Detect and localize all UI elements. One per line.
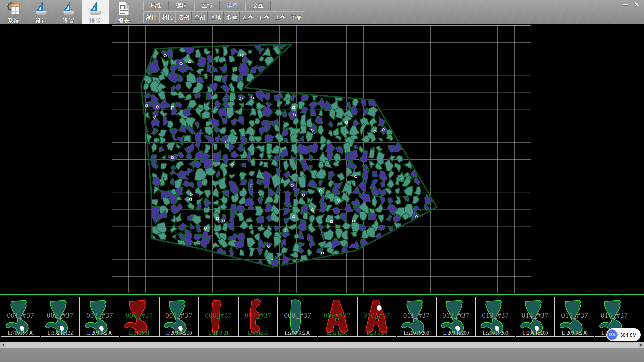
- tab-region[interactable]: 区域: [194, 1, 220, 10]
- tool-region[interactable]: 区域: [208, 11, 224, 23]
- system-gear-icon: [1, 0, 27, 17]
- part-id-label: 016_#37: [595, 311, 634, 320]
- triangle-ruler-icon: [82, 0, 109, 17]
- part-lr-label: L:200 R:200: [555, 330, 594, 336]
- triangle-ruler-icon: [56, 0, 82, 17]
- part-thumbnail[interactable]: 010_#37L:33 R:33: [357, 297, 396, 337]
- part-id-label: 007_#37: [239, 311, 277, 320]
- part-lr-label: L:200 R:200: [437, 330, 475, 336]
- tool-snap-bottom[interactable]: 下靠: [288, 11, 304, 23]
- nav-layout[interactable]: 排版: [82, 0, 109, 24]
- part-lr-label: L:200 R:200: [516, 330, 554, 336]
- progress-percent: 38%: [609, 333, 615, 337]
- close-icon: ×: [634, 1, 639, 8]
- nav-report[interactable]: 报表: [111, 0, 137, 24]
- part-thumbnail[interactable]: 005_#37L:200 R:200: [159, 297, 199, 337]
- part-thumbnail[interactable]: 013_#37L:200 R:200: [476, 297, 515, 337]
- nav-system[interactable]: 系统: [1, 0, 27, 24]
- horizontal-scrollbar[interactable]: [0, 342, 644, 348]
- tool-select-cut[interactable]: 选割: [175, 11, 192, 23]
- tool-cut-all[interactable]: 全割: [192, 11, 208, 23]
- part-id-label: 013_#37: [476, 311, 515, 320]
- report-document-icon: [111, 0, 137, 17]
- tool-snap-right[interactable]: 右靠: [256, 11, 272, 23]
- part-lr-label: L:32 R:31: [318, 330, 357, 336]
- tab-edit[interactable]: 编辑: [169, 1, 194, 10]
- tab-nesting[interactable]: 排料: [220, 1, 245, 10]
- part-id-label: 014_#37: [516, 311, 554, 320]
- part-id-label: 001_#37: [1, 311, 40, 320]
- close-button[interactable]: ×: [632, 1, 641, 8]
- strip-divider-line: [0, 294, 644, 295]
- part-id-label: 010_#37: [358, 311, 396, 320]
- scroll-left-button[interactable]: [0, 342, 6, 348]
- part-lr-label: L:31 R:31: [120, 330, 159, 336]
- part-thumbnail[interactable]: 001_#37L:700 R:700: [1, 297, 40, 337]
- nav-settings[interactable]: 设置: [56, 0, 82, 24]
- part-thumbnail[interactable]: 004_#37L:31 R:31: [120, 297, 159, 337]
- part-id-label: 008_#37: [278, 311, 317, 320]
- status-badge[interactable]: 38% 384.8M: [606, 328, 641, 341]
- part-lr-label: L:700 R:700: [1, 330, 40, 336]
- part-lr-label: L:200 R:200: [397, 330, 436, 336]
- part-thumbnail[interactable]: 014_#37L:200 R:200: [516, 297, 555, 337]
- part-thumbnail-list: 001_#37L:700 R:700002_#37L:132 R:132003_…: [1, 297, 634, 337]
- tool-snap-top[interactable]: 上靠: [272, 11, 288, 23]
- part-lr-label: L:31 R:31: [239, 330, 277, 336]
- tab-interactive[interactable]: 交互: [245, 1, 271, 10]
- part-lr-label: L:33 R:33: [358, 330, 396, 336]
- part-thumbnail[interactable]: 009_#37L:32 R:31: [318, 297, 357, 337]
- part-thumbnail[interactable]: 012_#37L:200 R:200: [436, 297, 476, 337]
- tool-snap-left[interactable]: 左靠: [240, 11, 256, 23]
- part-id-label: 006_#37: [199, 311, 238, 320]
- part-lr-label: L:21 R:21: [199, 330, 238, 336]
- part-lr-label: L:200 R:200: [278, 330, 317, 336]
- part-id-label: 003_#37: [80, 311, 119, 320]
- part-id-label: 005_#37: [160, 311, 198, 320]
- part-id-label: 002_#37: [41, 311, 79, 320]
- minimize-icon: [623, 4, 628, 5]
- part-id-label: 015_#37: [555, 311, 594, 320]
- part-thumbnail[interactable]: 006_#37L:21 R:21: [199, 297, 238, 337]
- nesting-canvas[interactable]: [0, 24, 644, 294]
- part-id-label: 012_#37: [437, 311, 475, 320]
- part-thumbnail[interactable]: 003_#37L:200 R:200: [80, 297, 119, 337]
- nav-design[interactable]: 设计: [28, 0, 54, 24]
- tool-cluster-nest[interactable]: 聚排: [143, 11, 159, 23]
- tool-defect[interactable]: 瑕疵: [224, 11, 240, 23]
- part-id-label: 004_#37: [120, 311, 159, 320]
- part-lr-label: L:132 R:132: [41, 330, 79, 336]
- toolbar: 系统 设计 设置: [0, 0, 644, 24]
- strip-divider-line2: [0, 296, 644, 296]
- triangle-ruler-icon: [28, 0, 54, 17]
- status-bar: [0, 348, 644, 362]
- part-thumbnail[interactable]: 007_#37L:31 R:31: [238, 297, 278, 337]
- arrow-right-icon: [640, 343, 642, 347]
- part-lr-label: L:200 R:200: [160, 330, 198, 336]
- memory-value: 384.8M: [620, 332, 637, 338]
- part-thumbnail[interactable]: 011_#37L:200 R:200: [397, 297, 436, 337]
- part-id-label: 009_#37: [318, 311, 357, 320]
- part-lr-label: L:200 R:200: [476, 330, 515, 336]
- part-thumbnail-strip: 001_#37L:700 R:700002_#37L:132 R:132003_…: [0, 294, 644, 338]
- arrow-left-icon: [2, 343, 4, 347]
- part-id-label: 011_#37: [397, 311, 436, 320]
- part-thumbnail[interactable]: 002_#37L:132 R:132: [41, 297, 80, 337]
- part-thumbnail[interactable]: 015_#37L:200 R:200: [555, 297, 594, 337]
- part-lr-label: L:200 R:200: [80, 330, 119, 336]
- tab-properties[interactable]: 属性: [143, 1, 169, 10]
- progress-ring: 38%: [607, 329, 618, 340]
- part-thumbnail[interactable]: 008_#37L:200 R:200: [278, 297, 317, 337]
- tool-camera[interactable]: 相机: [159, 11, 175, 23]
- hide-layout-svg: [0, 24, 644, 294]
- minimize-button[interactable]: [621, 1, 630, 8]
- scroll-right-button[interactable]: [638, 342, 644, 348]
